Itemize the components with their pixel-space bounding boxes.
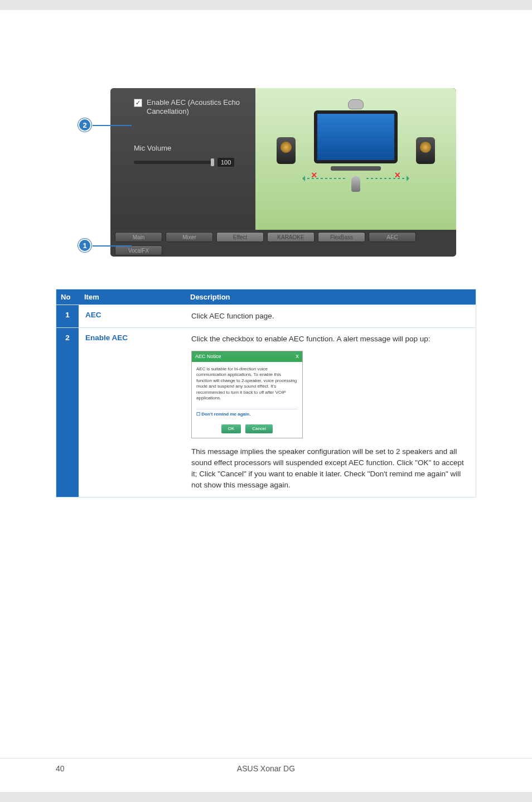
mic-volume-slider[interactable] (134, 161, 212, 164)
footer-product: ASUS Xonar DG (0, 758, 532, 773)
speaker-right-icon (416, 137, 435, 164)
cell-item: AEC (79, 305, 185, 328)
mic-volume-value: 100 (217, 158, 234, 167)
tab-bar: Main Mixer Effect KARAOKE FlexBass AEC V… (110, 230, 456, 257)
tab-karaoke[interactable]: KARAOKE (267, 232, 315, 242)
tab-mixer[interactable]: Mixer (166, 232, 213, 242)
desc-text-1: Click the checkbox to enable AEC functio… (191, 334, 469, 345)
monitor-icon (314, 110, 398, 163)
tab-aec[interactable]: AEC (369, 232, 416, 242)
cancel-button[interactable]: Cancel (245, 424, 273, 433)
slider-thumb[interactable] (211, 158, 214, 166)
description-table: No Item Description 1 AEC Click AEC func… (56, 289, 476, 497)
monitor-stand (331, 166, 381, 171)
arrow-right-icon (364, 178, 409, 179)
close-icon[interactable]: X (296, 353, 299, 361)
cell-no: 1 (56, 305, 79, 328)
disabled-x-left-icon: × (311, 170, 317, 181)
dialog-title: AEC Notice (195, 353, 221, 361)
microphone-icon (351, 176, 360, 192)
ok-button[interactable]: OK (221, 424, 241, 433)
col-header-no: No (56, 289, 79, 305)
callout-marker-2: 2 (78, 118, 91, 132)
app-panel: ✓ Enable AEC (Acoustics Echo Cancellatio… (110, 88, 456, 257)
enable-aec-label: Enable AEC (Acoustics Echo Cancellation) (147, 98, 248, 116)
disabled-x-right-icon: × (394, 170, 400, 181)
col-header-item: Item (79, 289, 185, 305)
enable-aec-checkbox[interactable]: ✓ (134, 99, 142, 107)
table-row: 2 Enable AEC Click the checkbox to enabl… (56, 328, 476, 497)
speaker-left-icon (277, 137, 296, 164)
aec-notice-dialog: AEC Notice X AEC is suitable for bi-dire… (191, 351, 303, 438)
desc-text-2: This message implies the speaker configu… (191, 446, 469, 491)
tab-main[interactable]: Main (115, 232, 162, 242)
cell-item: Enable AEC (79, 328, 185, 497)
webcam-icon (348, 99, 364, 109)
tab-vocalfx[interactable]: VocalFX (115, 245, 162, 255)
cell-no: 2 (56, 328, 79, 497)
arrow-left-icon (303, 178, 347, 179)
cell-desc: Click the checkbox to enable AEC functio… (185, 328, 476, 497)
dialog-body: AEC is suitable for bi-direction voice c… (196, 366, 298, 401)
col-header-desc: Description (185, 289, 476, 305)
tab-flexbass[interactable]: FlexBass (318, 232, 365, 242)
dont-remind-label: Don't remind me again. (201, 412, 250, 417)
table-row: 1 AEC Click AEC function page. (56, 305, 476, 328)
callout-marker-1: 1 (78, 239, 91, 252)
tab-effect[interactable]: Effect (216, 232, 264, 242)
dont-remind-checkbox[interactable]: ☐ (196, 412, 200, 417)
callout-line-2 (93, 125, 132, 126)
speaker-scene: × × (255, 88, 456, 230)
aec-settings-pane: ✓ Enable AEC (Acoustics Echo Cancellatio… (110, 88, 255, 230)
callout-line-1 (93, 245, 132, 247)
mic-volume-label: Mic Volume (134, 144, 248, 152)
cell-desc: Click AEC function page. (185, 305, 476, 328)
